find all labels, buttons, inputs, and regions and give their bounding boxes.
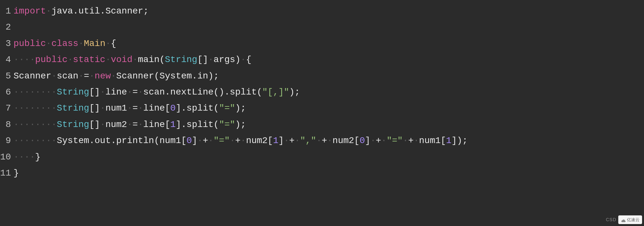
code-content: ····public·static·void·main(String[]·arg… [14,52,251,68]
code-line: 2 [0,19,644,35]
code-content: import·java.util.Scanner; [14,3,149,19]
code-editor: 1 import·java.util.Scanner; 2 3 public·c… [0,3,644,181]
code-line: 10 ····} [0,149,644,165]
code-content: Scanner·scan·=·new·Scanner(System.in); [14,68,219,84]
line-number: 5 [0,68,14,84]
cloud-icon [621,218,626,221]
line-number: 10 [0,149,14,165]
code-line: 6 ········String[]·line·=·scan.nextLine(… [0,84,644,100]
line-number: 11 [0,165,14,181]
line-number: 1 [0,3,14,19]
code-content: ········String[]·num2·=·line[1].split("=… [14,117,246,133]
code-content: ········String[]·num1·=·line[0].split("=… [14,100,246,116]
line-number: 4 [0,52,14,68]
line-number: 7 [0,100,14,116]
code-line: 9 ········System.out.println(num1[0]·+·"… [0,133,644,149]
code-content: public·class·Main·{ [14,36,116,52]
code-content: ········System.out.println(num1[0]·+·"="… [14,133,468,149]
code-line: 4 ····public·static·void·main(String[]·a… [0,52,644,68]
line-number: 6 [0,84,14,100]
watermark: CSD 亿速云 [606,215,642,224]
line-number: 8 [0,117,14,133]
line-number: 3 [0,36,14,52]
code-line: 11 } [0,165,644,181]
code-content: ········String[]·line·=·scan.nextLine().… [14,84,300,100]
code-content: } [14,165,19,181]
code-line: 7 ········String[]·num1·=·line[0].split(… [0,100,644,116]
code-content: ····} [14,149,41,165]
code-line: 1 import·java.util.Scanner; [0,3,644,19]
code-line: 5 Scanner·scan·=·new·Scanner(System.in); [0,68,644,84]
watermark-badge: 亿速云 [618,215,642,224]
code-line: 3 public·class·Main·{ [0,36,644,52]
watermark-text: CSD [606,216,616,224]
line-number: 2 [0,19,14,35]
watermark-badge-text: 亿速云 [627,216,639,223]
code-line: 8 ········String[]·num2·=·line[1].split(… [0,117,644,133]
line-number: 9 [0,133,14,149]
